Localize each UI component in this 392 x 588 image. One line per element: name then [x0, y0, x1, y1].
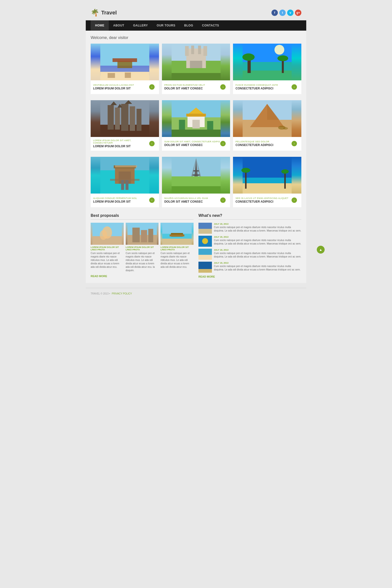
nav-item-blog[interactable]: BLOG [180, 20, 198, 30]
arrow-btn-gothic[interactable]: › [149, 141, 154, 146]
news-text-3: Cum sociis natoque pen et magnis diartur… [214, 264, 301, 272]
svg-rect-93 [198, 255, 212, 260]
nav-link-gallery[interactable]: GALLERY [128, 20, 152, 30]
nav-item-about[interactable]: ABOUT [109, 20, 128, 30]
scroll-to-top-button[interactable]: ▲ [317, 246, 324, 254]
news-item-1: JULY 18, 2013 Cum sociis natoque pen et … [198, 236, 301, 247]
grid-image-eiffel [162, 157, 230, 194]
nav-link-home[interactable]: HOME [91, 20, 109, 30]
page-wrapper: 🌴 Travel f t v g+ HOME ABOUT GALLERY OUR… [86, 0, 306, 309]
grid-item-beach2: SED IN LACUS UT ENIM ADIPISCING ALIQUET … [233, 157, 301, 207]
svg-rect-85 [162, 239, 192, 245]
best-proposals-section: Best proposals LOREM [91, 214, 194, 278]
whats-new-section: What's new? JULY 18, 2013 [198, 214, 301, 278]
proposal-desc-0: Cum sociis natoque pen et magnis diarie … [91, 252, 124, 269]
news-text-2: Cum sociis natoque pen et magnis diartur… [214, 252, 301, 258]
nav-link-blog[interactable]: BLOG [180, 20, 198, 30]
nav-item-home[interactable]: HOME [91, 20, 109, 30]
caption-title-beach: LOREM IPSUM DOLOR SIT [93, 87, 134, 90]
caption-tag-beach: VESTIBULUM IACULIS LACINIA EST [93, 84, 134, 86]
nav-link-our-tours[interactable]: OUR TOURS [152, 20, 180, 30]
caption-title-bungalow: LOREM IPSUM DOLOR SIT [93, 200, 137, 203]
svg-rect-57 [121, 180, 124, 190]
arrow-btn-bungalow[interactable]: › [149, 198, 154, 203]
grid-caption-tropical: FUSCE EUISMOD CONSEQUAT ANTE CONSECTETUE… [233, 80, 301, 94]
news-content-1: JULY 18, 2013 Cum sociis natoque pen et … [214, 236, 301, 246]
svg-rect-63 [193, 170, 199, 172]
facebook-icon[interactable]: f [272, 10, 278, 16]
caption-title-pyramid: CONSECTETUER ADIPISCI [236, 143, 273, 147]
arrow-btn-beach[interactable]: › [149, 84, 154, 90]
arrow-btn-tropical[interactable]: › [292, 84, 297, 90]
proposals-grid: LOREM IPSUM DOLOR SIT LREO PROTA Cum soc… [91, 223, 194, 272]
grid-item-tropical: FUSCE EUISMOD CONSEQUAT ANTE CONSECTETUE… [233, 44, 301, 94]
caption-title-temple: DOLOR SIT AMET CONSEC [164, 143, 220, 147]
svg-rect-39 [186, 114, 206, 116]
caption-tag-bungalow: ALIQUAM CONGUE FERMENTUM NISL [93, 197, 137, 200]
svg-rect-89 [198, 229, 212, 234]
grid-caption-eiffel: MAURIS ACCUMSAN NULLA VEL DIAM DOLOR SIT… [162, 194, 230, 207]
news-date-1: JULY 18, 2013 [214, 236, 301, 238]
svg-rect-54 [115, 166, 137, 167]
svg-point-24 [278, 55, 288, 61]
nav-item-contacts[interactable]: CONTACTS [198, 20, 224, 30]
grid-image-tropical [233, 44, 301, 80]
grid-image-beach [91, 44, 159, 80]
caption-title-castle: DOLOR SIT AMET CONSEC [164, 87, 205, 90]
grid-caption-pyramid: PELLENTESQUE SED DOLOR CONSECTETUER ADIP… [233, 137, 301, 151]
proposal-image-1 [126, 223, 159, 245]
news-text-1: Cum sociis natoque pen et magnis diartur… [214, 239, 301, 246]
grid-item-temple: SUM DOLOR SIT AMET, CONSECTETUER ADIPIS … [162, 100, 230, 151]
svg-rect-58 [126, 180, 128, 190]
caption-title-beach2: CONSECTETUER ADIPISCI [236, 200, 288, 203]
footer: TRAVEL © 2013 • PRIVACY POLICY [86, 288, 306, 299]
svg-rect-5 [108, 73, 115, 78]
proposal-desc-2: Cum sociis natoque pen et magnis diarie … [160, 252, 194, 269]
svg-point-77 [100, 230, 107, 240]
proposal-image-2 [160, 223, 194, 245]
arrow-btn-pyramid[interactable]: › [292, 141, 297, 146]
svg-rect-11 [185, 46, 189, 56]
grid-caption-castle: PROIN DICTUM ELEMENTUM VELIT DOLOR SIT A… [162, 80, 230, 94]
svg-rect-15 [190, 61, 202, 68]
grid-image-castle [162, 44, 230, 80]
svg-rect-61 [172, 186, 220, 194]
arrow-btn-beach2[interactable]: › [292, 198, 297, 203]
caption-title-eiffel: DOLOR SIT AMET CONSEC [164, 200, 208, 203]
best-proposals-title: Best proposals [91, 214, 194, 220]
svg-rect-9 [172, 73, 220, 80]
news-item-3: JULY 18, 2013 Cum sociis natoque pen et … [198, 262, 301, 273]
svg-rect-87 [170, 234, 184, 236]
vimeo-icon[interactable]: v [287, 10, 294, 16]
grid-image-bungalow [91, 157, 159, 194]
arrow-btn-temple[interactable]: › [220, 141, 226, 146]
arrow-btn-eiffel[interactable]: › [220, 198, 226, 203]
read-more-news[interactable]: READ MORE [198, 275, 301, 278]
news-thumb-2 [198, 249, 212, 260]
svg-rect-72 [284, 173, 286, 189]
news-content-3: JULY 18, 2013 Cum sociis natoque pen et … [214, 262, 301, 272]
read-more-proposals[interactable]: READ MORE [91, 275, 194, 278]
arrow-btn-castle[interactable]: › [220, 84, 226, 90]
svg-rect-81 [141, 230, 147, 242]
grid-caption-beach: VESTIBULUM IACULIS LACINIA EST LOREM IPS… [91, 80, 159, 94]
bottom-wrapper: Best proposals LOREM [91, 214, 301, 278]
grid-item-castle: PROIN DICTUM ELEMENTUM VELIT DOLOR SIT A… [162, 44, 230, 94]
nav-link-about[interactable]: ABOUT [109, 20, 128, 30]
googleplus-icon[interactable]: g+ [295, 10, 301, 16]
caption-title-tropical: CONSECTETUER ADIPISCI [236, 87, 278, 90]
privacy-policy-link[interactable]: PRIVACY POLICY [112, 292, 132, 295]
footer-copyright-text: TRAVEL © 2013 • [91, 292, 110, 295]
news-thumb-3 [198, 262, 212, 273]
nav-link-contacts[interactable]: CONTACTS [198, 20, 224, 30]
social-icons-group: f t v g+ [272, 10, 301, 16]
svg-rect-4 [112, 58, 137, 62]
nav-item-our-tours[interactable]: OUR TOURS [152, 20, 180, 30]
nav-item-gallery[interactable]: GALLERY [128, 20, 152, 30]
twitter-icon[interactable]: t [279, 10, 286, 16]
grid-item-gothic: LOREM IPSUM DOLOR SIT AMET, CONSECTETUER… [91, 100, 159, 151]
grid-image-gothic [91, 100, 159, 137]
svg-rect-56 [110, 179, 140, 181]
bottom-sections: Best proposals LOREM [91, 214, 301, 278]
grid-caption-beach2: SED IN LACUS UT ENIM ADIPISCING ALIQUET … [233, 194, 301, 207]
